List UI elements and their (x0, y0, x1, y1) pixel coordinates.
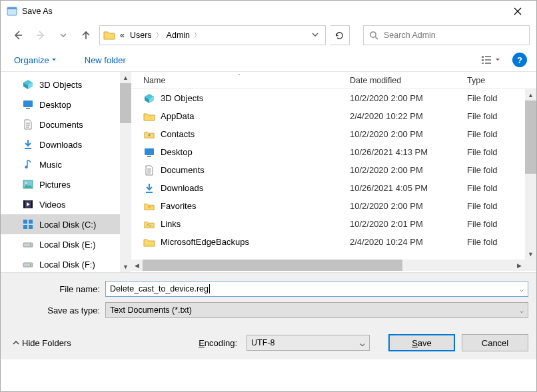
save-button[interactable]: Save (388, 334, 455, 351)
help-button[interactable]: ? (512, 53, 527, 67)
crumb-root[interactable]: « (117, 31, 127, 40)
chevron-down-icon[interactable]: ⌵ (520, 307, 524, 314)
search-input[interactable]: Search Admin (363, 25, 530, 45)
view-options-button[interactable] (476, 52, 506, 68)
crumb-admin[interactable]: Admin (164, 31, 193, 40)
chevron-down-icon[interactable]: ⌵ (520, 286, 524, 293)
tree-item-3dobjects[interactable]: 3D Objects (1, 75, 131, 95)
nav-tree: 3D Objects Desktop Documents Downloads M… (1, 72, 131, 272)
refresh-button[interactable] (330, 25, 350, 45)
save-type-value: Text Documents (*.txt) (110, 305, 192, 315)
address-bar[interactable]: « Users 〉 Admin 〉 (99, 25, 326, 45)
chevron-right-icon[interactable]: 〉 (155, 31, 164, 40)
file-name-input[interactable]: Delete_cast_to_device.reg ⌵ (105, 281, 528, 297)
col-header-date[interactable]: Date modified (343, 76, 460, 85)
scroll-down-icon[interactable]: ▼ (120, 261, 131, 272)
folder-icon (103, 29, 116, 42)
new-folder-button[interactable]: New folder (81, 53, 130, 68)
svg-rect-4 (482, 59, 484, 61)
file-row[interactable]: MicrosoftEdgeBackups2/4/2020 10:24 PMFil… (131, 233, 536, 251)
close-button[interactable] (504, 1, 531, 21)
tree-label: Desktop (39, 100, 71, 110)
file-name: Favorites (161, 201, 196, 211)
tree-item-local-f[interactable]: Local Disk (F:) (1, 254, 131, 272)
file-row[interactable]: Documents10/2/2020 2:00 PMFile fold (131, 161, 536, 179)
svg-point-2 (370, 32, 376, 37)
file-row[interactable]: 3D Objects10/2/2020 2:00 PMFile fold (131, 89, 536, 107)
scroll-left-icon[interactable]: ◀ (131, 260, 143, 271)
search-icon (369, 31, 378, 40)
pictures-icon (22, 178, 34, 190)
save-type-combo[interactable]: Text Documents (*.txt) ⌵ (105, 302, 528, 318)
encoding-combo[interactable]: UTF-8 ⌵ (247, 335, 370, 351)
file-row[interactable]: AppData2/4/2020 10:22 PMFile fold (131, 107, 536, 125)
recent-dd-icon[interactable] (54, 26, 73, 45)
svg-rect-20 (23, 225, 27, 229)
chevron-right-icon[interactable]: 〉 (193, 31, 202, 40)
folder-icon (143, 236, 155, 248)
desktop-icon (143, 146, 155, 158)
svg-rect-28 (147, 156, 151, 157)
tree-scrollbar[interactable]: ▲ ▼ (120, 72, 131, 272)
scroll-up-icon[interactable]: ▲ (120, 72, 131, 83)
scroll-thumb[interactable] (120, 83, 131, 123)
chevron-down-icon[interactable]: ⌵ (360, 338, 365, 348)
file-row[interactable]: Links10/2/2020 2:01 PMFile fold (131, 215, 536, 233)
file-row[interactable]: Desktop10/26/2021 4:13 PMFile fold (131, 143, 536, 161)
col-header-name[interactable]: Name (131, 76, 343, 85)
address-dropdown-icon[interactable] (308, 31, 322, 39)
file-name: MicrosoftEdgeBackups (161, 237, 249, 247)
col-header-type[interactable]: Type (460, 76, 536, 85)
svg-rect-6 (485, 56, 491, 57)
file-row[interactable]: Downloads10/26/2021 4:05 PMFile fold (131, 179, 536, 197)
chevron-down-icon (495, 57, 500, 63)
tree-item-music[interactable]: Music (1, 154, 131, 174)
back-button[interactable] (9, 26, 27, 45)
tree-item-documents[interactable]: Documents (1, 114, 131, 134)
svg-rect-10 (26, 108, 30, 109)
download-icon (143, 182, 155, 194)
svg-point-14 (25, 182, 27, 184)
file-name: AppData (161, 111, 195, 121)
window-title: Save As (22, 7, 504, 16)
tree-item-local-c[interactable]: Local Disk (C:) (1, 214, 131, 234)
hide-folders-button[interactable]: Hide Folders (9, 335, 75, 351)
encoding-value: UTF-8 (251, 338, 274, 347)
newfolder-label: New folder (85, 55, 126, 65)
crumb-users[interactable]: Users (127, 31, 155, 40)
file-row[interactable]: Contacts10/2/2020 2:00 PMFile fold (131, 125, 536, 143)
scroll-down-icon[interactable]: ▼ (525, 248, 536, 260)
file-name-label: File name: (9, 284, 105, 294)
file-name: 3D Objects (161, 93, 203, 103)
file-date: 10/26/2021 4:13 PM (343, 147, 460, 157)
tree-item-local-e[interactable]: Local Disk (E:) (1, 234, 131, 254)
scroll-up-icon[interactable]: ▲ (525, 89, 536, 100)
file-row[interactable]: Favorites10/2/2020 2:00 PMFile fold (131, 197, 536, 215)
scroll-thumb[interactable] (525, 100, 536, 174)
tree-item-desktop[interactable]: Desktop (1, 95, 131, 114)
svg-rect-18 (23, 220, 27, 224)
drive-icon (22, 238, 34, 250)
sort-indicator-icon: ˄ (238, 73, 241, 79)
svg-rect-9 (23, 100, 33, 107)
file-date: 10/26/2021 4:05 PM (343, 183, 460, 193)
svg-rect-8 (485, 63, 491, 64)
scroll-thumb[interactable] (143, 260, 402, 271)
bottom-panel: File name: Delete_cast_to_device.reg ⌵ S… (1, 272, 536, 359)
files-hscrollbar[interactable]: ◀ ▶ (131, 260, 525, 271)
forward-button[interactable] (31, 26, 50, 45)
tree-item-videos[interactable]: Videos (1, 194, 131, 214)
files-scrollbar[interactable]: ▲ ▼ (525, 89, 536, 260)
chevron-down-icon (51, 57, 57, 63)
file-name: Desktop (161, 147, 193, 157)
toolbar: Organize New folder ? (1, 49, 536, 71)
tree-item-pictures[interactable]: Pictures (1, 174, 131, 194)
organize-button[interactable]: Organize (10, 53, 61, 68)
tree-label: Documents (39, 120, 83, 130)
tree-item-downloads[interactable]: Downloads (1, 134, 131, 154)
file-date: 10/2/2020 2:00 PM (343, 165, 460, 175)
up-button[interactable] (77, 26, 95, 45)
svg-rect-1 (7, 7, 17, 9)
scroll-right-icon[interactable]: ▶ (514, 260, 525, 271)
cancel-button[interactable]: Cancel (462, 334, 528, 351)
